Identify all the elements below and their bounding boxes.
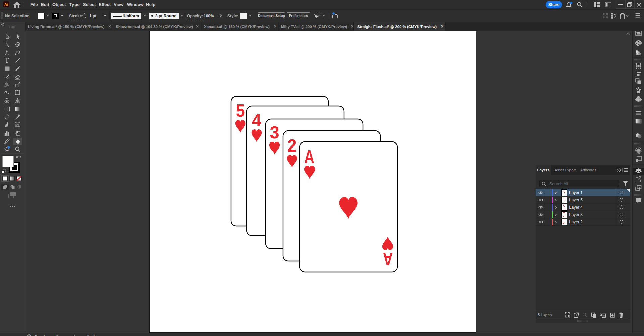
svg-text:5: 5 bbox=[236, 101, 245, 120]
svg-text:2: 2 bbox=[287, 136, 296, 155]
svg-text:4: 4 bbox=[252, 110, 261, 130]
svg-text:A: A bbox=[383, 249, 393, 270]
svg-text:A: A bbox=[304, 146, 314, 167]
svg-text:3: 3 bbox=[270, 123, 279, 142]
